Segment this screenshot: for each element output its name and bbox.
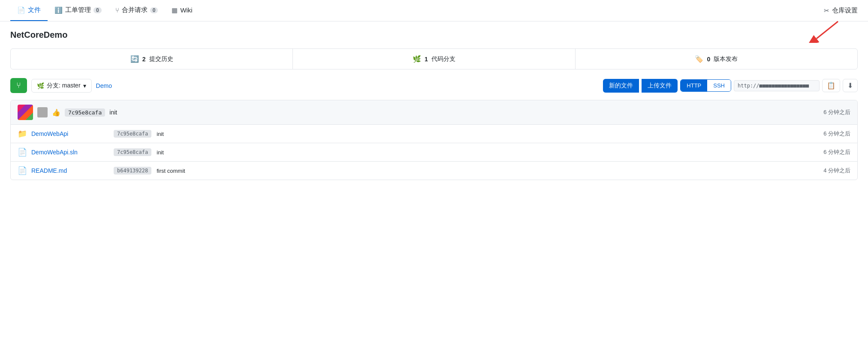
demo-link[interactable]: Demo: [96, 82, 112, 89]
avatar: [18, 105, 33, 120]
branches-label: 代码分支: [431, 55, 455, 63]
tab-merges-label: 合并请求: [122, 6, 148, 14]
stat-releases[interactable]: 🏷️ 0 版本发布: [576, 49, 857, 69]
file-time-0: 6 分钟之后: [823, 130, 850, 138]
file-name-readme[interactable]: README.md: [31, 167, 108, 174]
branches-count: 1: [425, 56, 428, 63]
stat-branches[interactable]: 🌿 1 代码分支: [293, 49, 575, 69]
commit-header-row: 👍 7c95e8cafa init 6 分钟之后: [11, 100, 857, 125]
commits-icon: 🔄: [130, 55, 139, 63]
user-avatar-small: [37, 107, 48, 117]
releases-count: 0: [707, 56, 710, 63]
settings-tab[interactable]: ✂ 仓库设置: [824, 0, 858, 21]
url-text: http://■■■■■■■■■■■■■■■■: [738, 83, 809, 89]
commit-hash[interactable]: 7c95e8cafa: [65, 108, 105, 117]
tab-files-label: 文件: [28, 6, 41, 14]
file-table: 👍 7c95e8cafa init 6 分钟之后 📁 DemoWebApi 7c…: [10, 100, 858, 180]
file-time-1: 6 分钟之后: [823, 148, 850, 156]
branch-label: 分支: master: [47, 82, 81, 90]
commits-label: 提交历史: [149, 55, 173, 63]
tab-issues[interactable]: ℹ️ 工单管理 0: [48, 0, 108, 21]
stat-commits[interactable]: 🔄 2 提交历史: [11, 49, 293, 69]
commit-time: 6 分钟之后: [823, 108, 850, 116]
settings-label: 仓库设置: [832, 6, 858, 15]
file-hash-2[interactable]: b649139228: [114, 167, 151, 175]
thumb-icon: 👍: [52, 108, 60, 117]
settings-icon: ✂: [824, 7, 829, 15]
file-tab-icon: 📄: [17, 6, 25, 14]
commit-message: init: [109, 109, 117, 116]
download-button[interactable]: ⬇: [843, 79, 858, 92]
file-msg-1: init: [157, 149, 164, 156]
git-button[interactable]: ⑂: [10, 78, 27, 93]
branches-icon: 🌿: [413, 55, 421, 63]
page-content: NetCoreDemo 🔄 2 提交历史 🌿 1 代码分支 🏷️ 0 版本发布 …: [0, 21, 868, 189]
file-row: 📄 README.md b649139228 first commit 4 分钟…: [11, 162, 857, 180]
merges-tab-icon: ⑂: [115, 6, 119, 14]
clone-group: HTTP SSH: [680, 79, 731, 92]
copy-url-button[interactable]: 📋: [822, 79, 840, 92]
file-row: 📄 DemoWebApi.sln 7c95e8cafa init 6 分钟之后: [11, 143, 857, 162]
download-icon: ⬇: [847, 81, 853, 90]
toolbar-right: 新的文件 上传文件 HTTP SSH http://■■■■■■■■■■■■■■…: [603, 79, 858, 93]
toolbar: ⑂ 🌿 分支: master ▾ Demo 新的文件 上传文件 HTTP SSH…: [10, 78, 858, 93]
issues-tab-icon: ℹ️: [54, 6, 63, 14]
tab-wiki[interactable]: ▦ Wiki: [165, 0, 199, 21]
stats-bar: 🔄 2 提交历史 🌿 1 代码分支 🏷️ 0 版本发布: [10, 48, 858, 69]
git-icon: ⑂: [16, 81, 21, 90]
folder-icon: 📁: [18, 129, 26, 138]
branch-icon: 🌿: [37, 82, 44, 89]
commits-count: 2: [142, 56, 146, 63]
file-row: 📁 DemoWebApi 7c95e8cafa init 6 分钟之后: [11, 125, 857, 143]
tab-merges[interactable]: ⑂ 合并请求 0: [108, 0, 165, 21]
merges-badge: 0: [150, 7, 158, 13]
upload-file-button[interactable]: 上传文件: [642, 79, 678, 93]
file-msg-2: first commit: [157, 168, 185, 174]
ssh-tab[interactable]: SSH: [707, 80, 731, 91]
http-tab[interactable]: HTTP: [681, 80, 707, 91]
repo-title: NetCoreDemo: [10, 30, 858, 40]
clone-url-display: http://■■■■■■■■■■■■■■■■: [734, 80, 820, 91]
copy-icon: 📋: [827, 81, 835, 90]
wiki-tab-icon: ▦: [172, 6, 178, 14]
readme-icon: 📄: [18, 166, 26, 175]
releases-icon: 🏷️: [695, 55, 703, 63]
releases-label: 版本发布: [714, 55, 738, 63]
new-file-button[interactable]: 新的文件: [603, 79, 639, 93]
file-hash-1[interactable]: 7c95e8cafa: [114, 148, 151, 156]
branch-selector[interactable]: 🌿 分支: master ▾: [31, 79, 92, 93]
file-doc-icon: 📄: [18, 147, 26, 157]
file-hash-0[interactable]: 7c95e8cafa: [114, 130, 151, 138]
tab-issues-label: 工单管理: [65, 6, 91, 14]
tab-wiki-label: Wiki: [180, 6, 192, 14]
tab-bar: 📄 文件 ℹ️ 工单管理 0 ⑂ 合并请求 0 ▦ Wiki ✂ 仓库设置: [0, 0, 868, 21]
file-name-demowebapi[interactable]: DemoWebApi: [31, 130, 108, 137]
issues-badge: 0: [93, 7, 102, 13]
chevron-down-icon: ▾: [83, 82, 86, 89]
tab-files[interactable]: 📄 文件: [10, 0, 48, 21]
file-msg-0: init: [157, 131, 164, 137]
file-time-2: 4 分钟之后: [823, 167, 850, 175]
file-name-sln[interactable]: DemoWebApi.sln: [31, 149, 108, 156]
avatar-image: [18, 105, 33, 120]
